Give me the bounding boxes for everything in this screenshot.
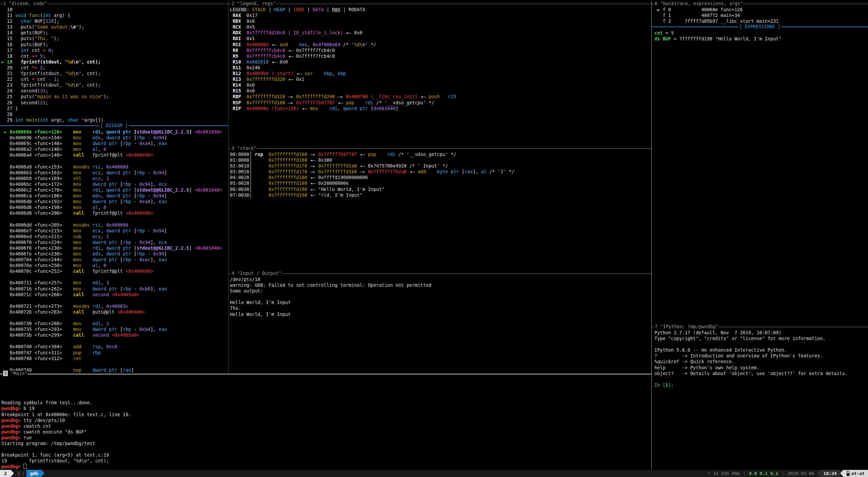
text-segment: HEAP bbox=[274, 7, 285, 12]
text-segment: 0x7ffff7dd18c0 (_IO_stdfile_1_lock) bbox=[247, 30, 343, 35]
text-segment: rbp bbox=[123, 286, 131, 292]
text-segment: Breakpoint 1, func (arg=5) at test.c:19 bbox=[1, 452, 109, 458]
text-segment: 0x40070a <func+250> bbox=[1, 263, 73, 268]
text-segment: call bbox=[73, 210, 84, 216]
text-segment: = 7fffffffd190 "Hello World, I'm Input" bbox=[671, 36, 781, 41]
text-segment: 0x4006b3 <func+163> bbox=[1, 170, 73, 175]
text-segment: ► f 0 40068e func+126 bbox=[654, 7, 743, 12]
pane-body-expressions[interactable]: cnt = 5ds BUF = 7fffffffd190 "Hello Worl… bbox=[654, 30, 867, 322]
text-segment: mov bbox=[73, 228, 81, 233]
text-segment: byte ptr bbox=[437, 169, 459, 174]
pane-border-vertical-right[interactable] bbox=[651, 1, 652, 470]
text-segment: [ bbox=[131, 135, 137, 140]
terminal-line: RCX 0x5 bbox=[230, 24, 651, 30]
text-segment: int bbox=[40, 117, 48, 123]
pane-body-registers[interactable]: LEGEND: STACK | HEAP | CODE | DATA | RWX… bbox=[230, 7, 651, 144]
text-segment: 1 bbox=[106, 234, 109, 239]
text-segment: , bbox=[98, 263, 104, 268]
text-segment: pwndbg> bbox=[1, 435, 23, 440]
text-segment: movabs bbox=[73, 303, 90, 309]
text-segment: arg) { bbox=[51, 13, 70, 18]
tmux-session-name[interactable]: 2 bbox=[0, 470, 11, 477]
pane-title-text: "Main" bbox=[8, 371, 27, 376]
text-segment: RDI bbox=[230, 36, 247, 41]
text-segment: ); bbox=[104, 94, 109, 99]
text-segment: ; bbox=[51, 48, 54, 53]
text-segment: 0x4006fe <func+238> bbox=[1, 251, 73, 257]
text-segment: rsp bbox=[252, 152, 269, 157]
pane-border-vertical-left[interactable] bbox=[228, 1, 229, 374]
terminal-line: help -> Python's own help system. bbox=[654, 365, 867, 371]
pane-body-ipython[interactable]: Python 2.7.17 (default, Nov 7 2019, 10:0… bbox=[654, 330, 867, 469]
pane-body-stack[interactable]: 00:0000│ rsp 0x7fffffffd160 —▸ 0x7ffff7b… bbox=[230, 152, 651, 270]
text-segment: cwatch execute "ds BUF" bbox=[23, 429, 87, 435]
terminal-line: 15 puts("Thx. "); bbox=[1, 36, 227, 41]
text-segment: 10 bbox=[1, 7, 15, 12]
text-segment: 0x7fffffffd160 bbox=[269, 152, 307, 157]
text-segment: rsi bbox=[92, 164, 101, 170]
terminal-line: 0x4006e7 <func+215> mov ecx, dword ptr [… bbox=[1, 228, 227, 234]
pane-title-backtrace: 6 "backtrace, expressions, args" bbox=[652, 1, 868, 7]
terminal-line: 0x4006b3 <func+163> mov ecx, dword ptr [… bbox=[1, 170, 227, 176]
text-segment: warning: GDB: Failed to set controlling … bbox=[230, 282, 431, 288]
pane-body-source-code[interactable]: 10 11 void func(int arg) { 12 char BUF[1… bbox=[1, 7, 227, 123]
pane-number: 1 bbox=[3, 1, 6, 6]
text-segment: 0x4006e7 <func+215> bbox=[1, 228, 73, 233]
pane-number: 4 bbox=[232, 270, 234, 276]
text-segment: 23 fprintf(stdout, bbox=[1, 82, 65, 88]
text-segment: ret bbox=[73, 356, 81, 361]
terminal-line: ► 19 fprintf(stdout, "%d\n", cnt); bbox=[1, 59, 227, 65]
text-segment: dword ptr bbox=[92, 141, 117, 146]
text-segment: ? -> Introduction and overview of IPytho… bbox=[654, 353, 823, 358]
pane-body-gdb-console[interactable]: Reading symbols from test...done.pwndbg>… bbox=[1, 377, 650, 470]
terminal-line: 0x400721 <func+273> movabs rdi, 0x40083c bbox=[1, 303, 227, 309]
text-segment: call bbox=[73, 332, 84, 338]
pane-title-text: "backtrace, expressions, args" bbox=[657, 1, 743, 6]
terminal-line: 23 fprintf(stdout, "%d\n", cnt); bbox=[1, 82, 227, 88]
text-segment: [ bbox=[117, 286, 123, 292]
text-segment: ◂— 0x7ffff7fcb4c0 bbox=[285, 48, 335, 53]
expressions-separator-label: [ EXPRESSIONS ] bbox=[738, 24, 782, 29]
terminal-line: Breakpoint 1 at 0x40068e: file test.c, l… bbox=[1, 412, 650, 418]
text-segment: ] bbox=[164, 135, 167, 140]
terminal-line: RSI 0x40080d ◂— and eax, 0x4f000a64 /* '… bbox=[230, 42, 651, 48]
text-segment: 0x4006d0 <func+192> bbox=[1, 199, 73, 204]
text-segment: IPython 5.8.0 -- An enhanced Interactive… bbox=[654, 347, 787, 353]
text-segment: mov bbox=[73, 146, 81, 152]
text-segment: 26 second( bbox=[1, 100, 40, 105]
text-segment: f 2 7ffff7a05b97 __libc_start_main+231 bbox=[654, 18, 779, 24]
text-segment: /dev/pts/10 bbox=[230, 277, 260, 282]
text-segment: mov bbox=[73, 199, 81, 204]
chevron-left-icon: ⟨ bbox=[742, 470, 746, 477]
text-segment: , bbox=[101, 251, 106, 257]
tmux-window-tab-gdb[interactable]: gdb bbox=[26, 470, 41, 477]
pane-body-program-io[interactable]: /dev/pts/10warning: GDB: Failed to set c… bbox=[230, 277, 651, 373]
terminal-line: 19 fprintf(stdout, "%d\n", cnt); bbox=[1, 458, 650, 464]
text-segment: pwndbg> bbox=[1, 406, 23, 411]
pane-number: 2 bbox=[232, 1, 234, 6]
text-segment: ecx bbox=[92, 234, 101, 239]
text-segment: 0x7ffff7b97787 bbox=[318, 152, 357, 157]
text-segment: run bbox=[23, 435, 32, 440]
terminal-line: 0x4006f0 <func+224> mov dword ptr [rbp -… bbox=[1, 240, 227, 245]
pane-body-backtrace-frames[interactable]: ► f 0 40068e func+126 f 1 400772 main+34… bbox=[654, 7, 867, 24]
text-segment: 0x4006a2 <func+146> bbox=[1, 146, 73, 152]
text-segment: - bbox=[145, 251, 153, 257]
terminal-line: 0x4006bc <func+172> mov dword ptr [rbp -… bbox=[1, 181, 227, 187]
terminal-line: Starting program: /tmp/pwndbg/test bbox=[1, 441, 650, 446]
text-segment: ] bbox=[189, 245, 195, 251]
text-segment: <0x601040> bbox=[195, 245, 222, 251]
terminal-line: 18 cnt += 5; bbox=[1, 53, 227, 59]
text-segment: call bbox=[73, 268, 84, 274]
pane-body-disassembly[interactable]: ► 0x40068e <func+126> mov rdi, qword ptr… bbox=[1, 129, 227, 373]
text-segment: 0x4006dd <func+205> bbox=[1, 222, 73, 228]
text-segment: <0x601040> bbox=[195, 187, 222, 193]
text-segment: and bbox=[279, 42, 288, 47]
terminal-line bbox=[1, 361, 227, 367]
terminal-line: In [1]: bbox=[654, 382, 867, 388]
text-segment: - bbox=[145, 170, 153, 175]
text-segment: rdi bbox=[92, 245, 101, 251]
expressions-separator: [ EXPRESSIONS ] bbox=[652, 24, 868, 30]
text-segment bbox=[82, 240, 93, 245]
text-segment: RAX bbox=[230, 13, 247, 18]
